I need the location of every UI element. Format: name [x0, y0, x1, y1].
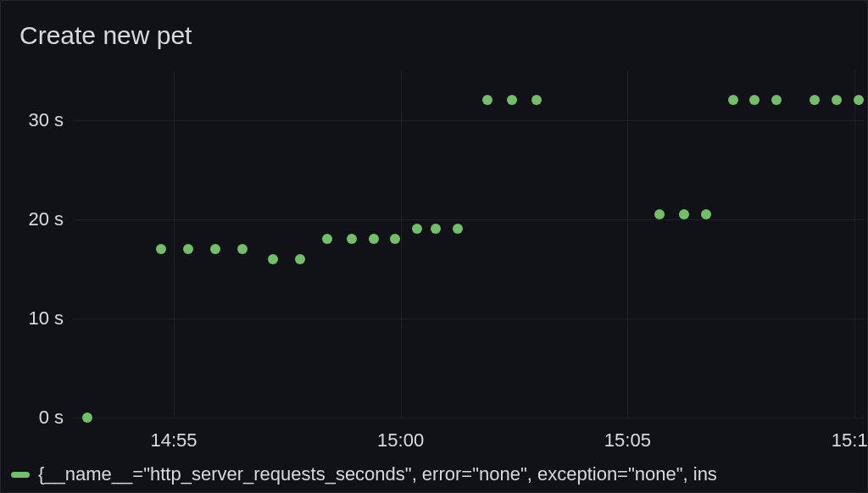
x-tick-label: 15:10	[832, 429, 868, 451]
data-point[interactable]	[369, 234, 379, 244]
gridline-h	[74, 418, 864, 418]
data-point[interactable]	[322, 234, 332, 244]
data-point[interactable]	[210, 244, 220, 254]
data-point[interactable]	[268, 254, 278, 264]
chart-panel: Create new pet 0 s10 s20 s30 s14:5515:00…	[0, 0, 868, 493]
gridline-h	[74, 120, 864, 121]
data-point[interactable]	[679, 209, 689, 219]
data-point[interactable]	[701, 209, 711, 219]
y-tick-label: 30 s	[28, 109, 64, 131]
panel-title: Create new pet	[19, 21, 192, 50]
gridline-v	[174, 70, 175, 418]
data-point[interactable]	[82, 413, 92, 423]
x-tick-label: 14:55	[150, 429, 197, 451]
data-point[interactable]	[771, 95, 782, 105]
data-point[interactable]	[453, 224, 463, 234]
y-tick-label: 0 s	[39, 407, 64, 429]
data-point[interactable]	[832, 95, 842, 105]
gridline-v	[401, 70, 402, 418]
data-point[interactable]	[654, 209, 665, 219]
legend-label: {__name__="http_server_requests_seconds"…	[38, 463, 717, 485]
data-point[interactable]	[531, 95, 542, 105]
gridline-v	[627, 70, 628, 418]
gridline-h	[74, 319, 864, 319]
x-tick-label: 15:05	[604, 429, 651, 451]
x-tick-label: 15:00	[377, 429, 424, 451]
legend-swatch	[11, 472, 30, 478]
data-point[interactable]	[183, 244, 193, 254]
data-point[interactable]	[295, 254, 305, 264]
data-point[interactable]	[237, 244, 248, 254]
gridline-v	[854, 70, 855, 418]
gridline-h	[74, 219, 864, 220]
data-point[interactable]	[507, 95, 517, 105]
data-point[interactable]	[854, 95, 864, 105]
data-point[interactable]	[156, 244, 166, 254]
data-point[interactable]	[749, 95, 760, 105]
y-tick-label: 10 s	[28, 307, 64, 330]
plot-area[interactable]: 0 s10 s20 s30 s14:5515:0015:0515:10	[74, 70, 864, 418]
data-point[interactable]	[347, 234, 357, 244]
data-point[interactable]	[412, 224, 422, 234]
data-point[interactable]	[810, 95, 820, 105]
y-tick-label: 20 s	[28, 208, 64, 230]
data-point[interactable]	[431, 224, 441, 234]
data-point[interactable]	[390, 234, 400, 244]
legend[interactable]: {__name__="http_server_requests_seconds"…	[11, 463, 867, 485]
data-point[interactable]	[728, 95, 738, 105]
data-point[interactable]	[482, 95, 492, 105]
